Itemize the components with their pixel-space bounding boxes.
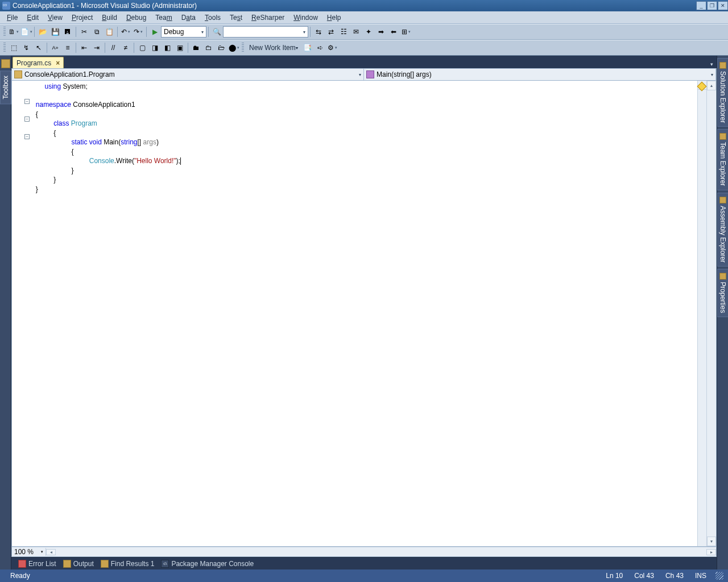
save-all-button[interactable]: 🖪 (61, 26, 74, 38)
tb-btn-f[interactable]: ➡ (375, 26, 387, 38)
tb-btn-a[interactable]: ⇆ (312, 26, 325, 38)
menu-window[interactable]: Window (289, 13, 322, 23)
tab-output[interactable]: Output (60, 559, 97, 569)
tb2-p[interactable]: 📑 (301, 41, 314, 54)
tb2-r[interactable]: ⚙ (326, 41, 339, 54)
nav-member-label: Main(string[] args) (377, 70, 432, 78)
tb2-i[interactable]: ◨ (148, 41, 161, 54)
tb2-n[interactable]: 🗁 (215, 41, 228, 54)
copy-button[interactable]: ⧉ (90, 26, 103, 38)
menu-debug[interactable]: Debug (122, 13, 151, 23)
undo-button[interactable]: ↶ (119, 26, 132, 38)
find-in-files-button[interactable]: 🔍 (210, 26, 223, 38)
grip-icon[interactable] (3, 27, 6, 37)
scroll-track[interactable] (707, 90, 716, 537)
save-button[interactable]: 💾 (49, 26, 61, 38)
tb2-q[interactable]: ➪ (314, 41, 326, 54)
nav-class-combo[interactable]: ConsoleApplication1.Program (12, 69, 364, 80)
tb2-m[interactable]: 🗀 (202, 41, 215, 54)
grip-icon[interactable] (3, 43, 6, 53)
error-stripe[interactable]: − (697, 81, 706, 546)
tab-solution-explorer[interactable]: Solution Explorer (717, 58, 729, 127)
resize-grip-icon[interactable] (715, 572, 723, 580)
fold-toggle[interactable]: − (24, 134, 30, 139)
assembly-icon (719, 197, 726, 203)
kw-void: void (89, 138, 104, 146)
tb-btn-b[interactable]: ⇄ (325, 26, 337, 38)
indent-out-button[interactable]: ⇤ (78, 41, 90, 54)
menu-test[interactable]: Test (225, 13, 247, 23)
tab-pmc[interactable]: c\Package Manager Console (158, 559, 257, 569)
editor[interactable]: − − − using System; namespace ConsoleApp… (11, 81, 717, 547)
menu-tools[interactable]: Tools (200, 13, 225, 23)
tb2-d[interactable]: A» (49, 41, 61, 54)
vertical-scrollbar[interactable]: ▴ ▾ (706, 81, 716, 546)
tb2-b[interactable]: ↯ (20, 41, 32, 54)
txt: .Write( (114, 157, 134, 165)
tb-btn-d[interactable]: ✉ (350, 26, 362, 38)
start-debug-button[interactable]: ▶ (148, 26, 161, 38)
tb2-k[interactable]: ▣ (173, 41, 186, 54)
minimize-button[interactable]: _ (696, 1, 706, 10)
new-work-item-button[interactable]: New Work Item (246, 42, 301, 53)
scroll-right-button[interactable]: ▸ (706, 549, 716, 555)
menu-view[interactable]: View (43, 13, 67, 23)
doc-tab-program[interactable]: Program.cs × (13, 57, 64, 68)
menu-resharper[interactable]: ReSharper (247, 13, 289, 23)
uncomment-button[interactable]: ≠ (119, 41, 132, 54)
tb2-a[interactable]: ⬚ (7, 41, 20, 54)
fold-toggle[interactable]: − (24, 99, 30, 104)
menu-help[interactable]: Help (322, 13, 346, 23)
menu-file[interactable]: File (2, 13, 22, 23)
paste-button[interactable]: 📋 (103, 26, 115, 38)
horizontal-scrollbar[interactable]: ◂ ▸ (46, 549, 716, 555)
tab-find-results[interactable]: Find Results 1 (97, 559, 158, 569)
indent-in-button[interactable]: ⇥ (90, 41, 103, 54)
scroll-left-button[interactable]: ◂ (46, 549, 56, 555)
code-area[interactable]: using System; namespace ConsoleApplicati… (31, 81, 697, 546)
tb-btn-e[interactable]: ✦ (362, 26, 375, 38)
config-combo[interactable]: Debug (161, 26, 206, 38)
tab-properties[interactable]: Properties (717, 269, 729, 317)
toolbox-tab[interactable]: Toolbox (0, 70, 11, 104)
menu-build[interactable]: Build (97, 13, 122, 23)
menu-data[interactable]: Data (177, 13, 200, 23)
fold-toggle[interactable]: − (24, 117, 30, 122)
menu-edit[interactable]: Edit (22, 13, 43, 23)
find-combo[interactable] (223, 26, 308, 38)
open-button[interactable]: 📂 (36, 26, 49, 38)
comment-button[interactable]: // (107, 41, 119, 54)
scroll-down-button[interactable]: ▾ (707, 537, 716, 546)
tb-btn-g[interactable]: ⬅ (387, 26, 400, 38)
tb2-l[interactable]: 🖿 (190, 41, 202, 54)
body: Toolbox Program.cs × ▾ ConsoleApplicatio… (0, 56, 728, 569)
tb2-e[interactable]: ≡ (61, 41, 74, 54)
type-program: Program (71, 119, 97, 127)
tab-team-explorer[interactable]: Team Explorer (717, 129, 729, 190)
zoom-combo[interactable]: 100 % (12, 548, 46, 556)
tb-btn-h[interactable]: ⊞ (400, 26, 412, 38)
redo-button[interactable]: ↷ (132, 26, 144, 38)
menu-team[interactable]: Team (151, 13, 176, 23)
tb-btn-c[interactable]: ☷ (337, 26, 350, 38)
scroll-track[interactable] (56, 549, 706, 555)
close-button[interactable]: ✕ (718, 1, 728, 10)
grip-icon[interactable] (242, 43, 244, 53)
cut-button[interactable]: ✂ (78, 26, 90, 38)
tab-list-dropdown[interactable]: ▾ (707, 60, 717, 68)
tb2-h[interactable]: ▢ (136, 41, 148, 54)
tb2-j[interactable]: ◧ (161, 41, 173, 54)
close-tab-icon[interactable]: × (56, 59, 60, 67)
restore-button[interactable]: ❐ (707, 1, 717, 10)
new-project-button[interactable]: 🗎 (7, 26, 20, 38)
tb2-o[interactable]: ⬤ (228, 41, 240, 54)
zoom-row: 100 % ◂ ▸ (11, 547, 717, 557)
add-item-button[interactable]: 📄 (20, 26, 32, 38)
menu-project[interactable]: Project (67, 13, 97, 23)
tab-assembly-explorer[interactable]: Assembly Explorer (717, 193, 729, 267)
tab-label: Team Explorer (719, 142, 727, 186)
tb2-c[interactable]: ↖ (32, 41, 45, 54)
nav-member-combo[interactable]: Main(string[] args) (364, 69, 716, 80)
tab-error-list[interactable]: Error List (15, 559, 60, 569)
scroll-up-button[interactable]: ▴ (707, 81, 716, 90)
